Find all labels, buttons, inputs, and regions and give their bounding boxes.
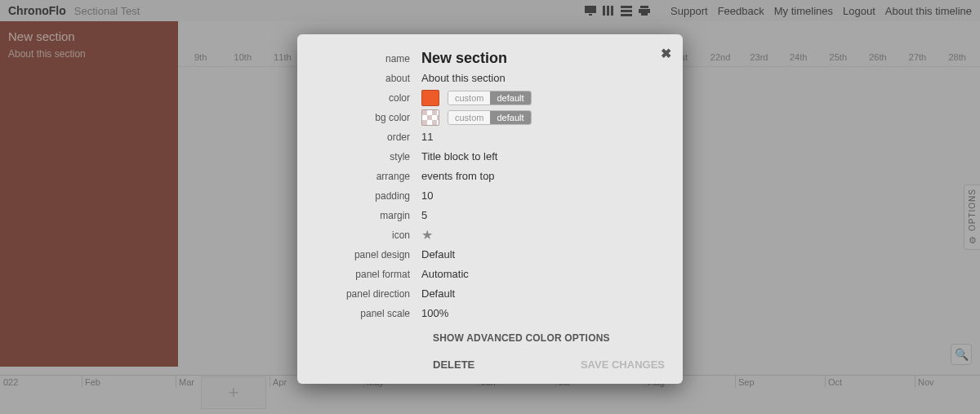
- label-panel-design: panel design: [315, 249, 421, 260]
- save-changes-button[interactable]: SAVE CHANGES: [581, 358, 665, 371]
- color-custom-button[interactable]: custom: [448, 91, 490, 105]
- label-order: order: [315, 131, 421, 143]
- value-panel-design[interactable]: Default: [421, 248, 665, 260]
- bg-color-swatch[interactable]: [421, 109, 439, 126]
- label-color: color: [315, 92, 421, 104]
- section-properties-dialog: ✖ name New section about About this sect…: [297, 34, 683, 384]
- value-order[interactable]: 11: [421, 131, 665, 143]
- color-toggle: custom default: [448, 91, 532, 105]
- value-style[interactable]: Title block to left: [421, 150, 665, 162]
- color-default-button[interactable]: default: [490, 91, 530, 105]
- show-advanced-color-options[interactable]: SHOW ADVANCED COLOR OPTIONS: [433, 332, 665, 344]
- label-padding: padding: [315, 190, 421, 202]
- label-panel-format: panel format: [315, 269, 421, 280]
- label-style: style: [315, 151, 421, 162]
- label-margin: margin: [315, 210, 421, 221]
- close-icon[interactable]: ✖: [661, 46, 671, 61]
- value-padding[interactable]: 10: [421, 189, 665, 202]
- bg-color-custom-button[interactable]: custom: [448, 111, 490, 124]
- label-about: about: [315, 73, 421, 84]
- value-arrange[interactable]: events from top: [421, 170, 665, 182]
- value-panel-direction[interactable]: Default: [421, 287, 665, 300]
- label-panel-direction: panel direction: [315, 288, 421, 300]
- bg-color-default-button[interactable]: default: [490, 111, 530, 124]
- bg-color-toggle: custom default: [448, 110, 532, 125]
- color-swatch[interactable]: [421, 90, 439, 106]
- value-margin[interactable]: 5: [421, 209, 665, 221]
- label-icon: icon: [315, 229, 421, 241]
- value-panel-format[interactable]: Automatic: [421, 268, 665, 280]
- label-arrange: arrange: [315, 171, 421, 182]
- label-name: name: [315, 53, 421, 65]
- value-name[interactable]: New section: [421, 50, 665, 67]
- delete-button[interactable]: DELETE: [433, 358, 474, 371]
- label-bg-color: bg color: [315, 112, 421, 123]
- value-panel-scale[interactable]: 100%: [421, 307, 665, 319]
- label-panel-scale: panel scale: [315, 308, 421, 319]
- value-about[interactable]: About this section: [421, 72, 665, 84]
- star-icon[interactable]: ★: [421, 227, 433, 243]
